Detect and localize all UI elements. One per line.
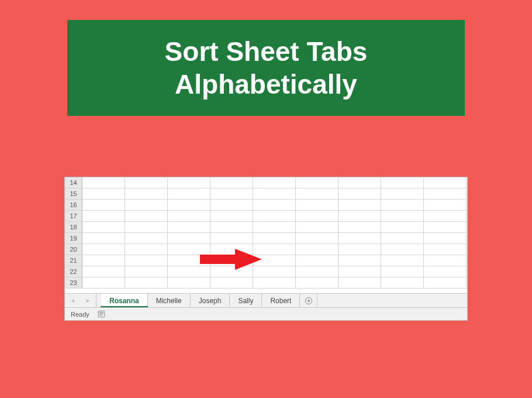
- cell[interactable]: [381, 177, 424, 188]
- cell[interactable]: [210, 222, 253, 232]
- cell[interactable]: [338, 177, 381, 188]
- cell[interactable]: [381, 211, 424, 221]
- cell[interactable]: [381, 233, 424, 243]
- cell[interactable]: [253, 188, 296, 199]
- cell[interactable]: [381, 266, 424, 277]
- cell[interactable]: [82, 277, 125, 288]
- cell[interactable]: [296, 200, 338, 210]
- cell[interactable]: [253, 200, 296, 210]
- cell[interactable]: [210, 188, 253, 199]
- cell[interactable]: [253, 255, 296, 266]
- cell[interactable]: [82, 233, 125, 243]
- cell[interactable]: [210, 200, 253, 210]
- cell[interactable]: [381, 277, 424, 288]
- cell[interactable]: [82, 211, 125, 221]
- row-header[interactable]: 17: [65, 211, 82, 221]
- cell[interactable]: [296, 177, 338, 188]
- cell[interactable]: [168, 244, 210, 255]
- cell[interactable]: [168, 222, 210, 232]
- macro-record-icon[interactable]: [98, 310, 105, 318]
- cell[interactable]: [338, 222, 381, 232]
- cell[interactable]: [168, 177, 210, 188]
- cell[interactable]: [125, 177, 168, 188]
- cell[interactable]: [82, 244, 125, 255]
- row-header[interactable]: 19: [65, 233, 82, 243]
- cell[interactable]: [168, 233, 210, 243]
- cell[interactable]: [296, 277, 338, 288]
- cell[interactable]: [424, 188, 467, 199]
- cell[interactable]: [338, 266, 381, 277]
- sheet-tab[interactable]: Sally: [230, 294, 262, 307]
- cell[interactable]: [210, 244, 253, 255]
- cell[interactable]: [424, 233, 467, 243]
- spreadsheet-grid[interactable]: 14151617181920212223: [65, 177, 467, 293]
- cell[interactable]: [296, 244, 338, 255]
- cell[interactable]: [424, 200, 467, 210]
- cell[interactable]: [210, 177, 253, 188]
- cell[interactable]: [210, 266, 253, 277]
- cell[interactable]: [125, 200, 168, 210]
- cell[interactable]: [296, 222, 338, 232]
- cell[interactable]: [210, 233, 253, 243]
- sheet-tab[interactable]: Rosanna: [101, 294, 148, 307]
- cell[interactable]: [125, 233, 168, 243]
- tab-nav-next-icon[interactable]: ►: [85, 297, 91, 304]
- cell[interactable]: [424, 177, 467, 188]
- cell[interactable]: [381, 188, 424, 199]
- cell[interactable]: [125, 244, 168, 255]
- cell[interactable]: [338, 244, 381, 255]
- cell[interactable]: [125, 255, 168, 266]
- cell[interactable]: [338, 233, 381, 243]
- cell[interactable]: [338, 200, 381, 210]
- sheet-tab[interactable]: Joseph: [191, 294, 230, 307]
- cell[interactable]: [253, 211, 296, 221]
- cell[interactable]: [381, 255, 424, 266]
- cell[interactable]: [82, 255, 125, 266]
- cell[interactable]: [168, 200, 210, 210]
- cell[interactable]: [381, 222, 424, 232]
- cell[interactable]: [296, 255, 338, 266]
- cell[interactable]: [253, 177, 296, 188]
- tab-nav-prev-icon[interactable]: ◄: [70, 297, 75, 304]
- cell[interactable]: [125, 277, 168, 288]
- sheet-tab[interactable]: Michelle: [148, 294, 191, 307]
- cell[interactable]: [424, 277, 467, 288]
- cell[interactable]: [424, 255, 467, 266]
- cell[interactable]: [253, 244, 296, 255]
- row-header[interactable]: 21: [65, 255, 82, 266]
- cell[interactable]: [338, 211, 381, 221]
- cell[interactable]: [82, 200, 125, 210]
- cell[interactable]: [82, 188, 125, 199]
- cell[interactable]: [424, 244, 467, 255]
- cell[interactable]: [253, 233, 296, 243]
- row-header[interactable]: 18: [65, 222, 82, 232]
- cell[interactable]: [381, 200, 424, 210]
- new-sheet-button[interactable]: [300, 294, 317, 307]
- cell[interactable]: [82, 222, 125, 232]
- row-header[interactable]: 16: [65, 200, 82, 210]
- cell[interactable]: [210, 277, 253, 288]
- cell[interactable]: [168, 211, 210, 221]
- cell[interactable]: [338, 188, 381, 199]
- cell[interactable]: [296, 211, 338, 221]
- cell[interactable]: [168, 266, 210, 277]
- cell[interactable]: [210, 255, 253, 266]
- cell[interactable]: [168, 277, 210, 288]
- row-header[interactable]: 14: [65, 177, 82, 188]
- cell[interactable]: [125, 266, 168, 277]
- cell[interactable]: [82, 177, 125, 188]
- cell[interactable]: [253, 266, 296, 277]
- cell[interactable]: [168, 255, 210, 266]
- cell[interactable]: [381, 244, 424, 255]
- cell[interactable]: [253, 277, 296, 288]
- cell[interactable]: [424, 266, 467, 277]
- cell[interactable]: [338, 277, 381, 288]
- sheet-tab[interactable]: Robert: [262, 294, 300, 307]
- cell[interactable]: [125, 222, 168, 232]
- cell[interactable]: [296, 188, 338, 199]
- cell[interactable]: [168, 188, 210, 199]
- row-header[interactable]: 15: [65, 188, 82, 199]
- cell[interactable]: [424, 222, 467, 232]
- cell[interactable]: [125, 188, 168, 199]
- cell[interactable]: [296, 266, 338, 277]
